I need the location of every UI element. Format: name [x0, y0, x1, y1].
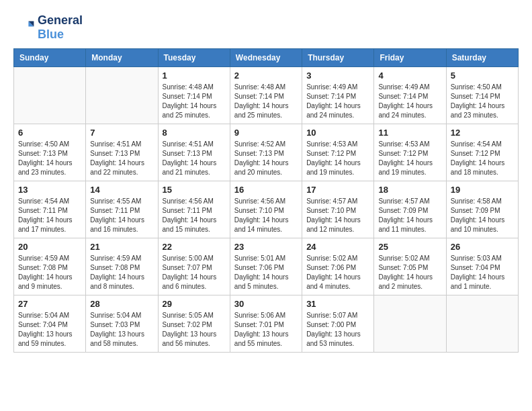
- day-info: Sunrise: 4:59 AM Sunset: 7:08 PM Dayligh…: [90, 254, 153, 291]
- calendar-cell: 17Sunrise: 4:57 AM Sunset: 7:10 PM Dayli…: [302, 181, 374, 238]
- day-info: Sunrise: 4:49 AM Sunset: 7:14 PM Dayligh…: [378, 83, 441, 120]
- calendar-table: SundayMondayTuesdayWednesdayThursdayFrid…: [13, 48, 519, 353]
- calendar-cell: 1Sunrise: 4:48 AM Sunset: 7:14 PM Daylig…: [158, 67, 230, 124]
- day-info: Sunrise: 5:03 AM Sunset: 7:04 PM Dayligh…: [451, 254, 514, 291]
- svg-rect-0: [13, 17, 35, 38]
- calendar-cell: 2Sunrise: 4:48 AM Sunset: 7:14 PM Daylig…: [230, 67, 302, 124]
- weekday-header: Monday: [86, 49, 158, 67]
- day-number: 13: [18, 185, 81, 195]
- calendar-cell: 28Sunrise: 5:04 AM Sunset: 7:03 PM Dayli…: [86, 295, 158, 353]
- logo: General Blue: [13, 13, 83, 42]
- day-info: Sunrise: 4:54 AM Sunset: 7:12 PM Dayligh…: [451, 140, 514, 177]
- calendar-cell: 20Sunrise: 4:59 AM Sunset: 7:08 PM Dayli…: [14, 238, 86, 295]
- calendar-cell: 19Sunrise: 4:58 AM Sunset: 7:09 PM Dayli…: [446, 181, 518, 238]
- page-header: General Blue: [13, 13, 519, 42]
- calendar-cell: [14, 67, 86, 124]
- day-info: Sunrise: 4:57 AM Sunset: 7:09 PM Dayligh…: [378, 197, 441, 234]
- day-info: Sunrise: 4:58 AM Sunset: 7:09 PM Dayligh…: [451, 197, 514, 234]
- calendar-cell: 10Sunrise: 4:53 AM Sunset: 7:12 PM Dayli…: [302, 124, 374, 181]
- calendar-cell: 24Sunrise: 5:02 AM Sunset: 7:06 PM Dayli…: [302, 238, 374, 295]
- day-number: 14: [90, 185, 153, 195]
- calendar-cell: 22Sunrise: 5:00 AM Sunset: 7:07 PM Dayli…: [158, 238, 230, 295]
- day-info: Sunrise: 5:02 AM Sunset: 7:05 PM Dayligh…: [378, 254, 441, 291]
- logo-text-line1: General: [38, 13, 83, 28]
- day-number: 7: [90, 128, 153, 138]
- day-number: 30: [234, 299, 298, 309]
- calendar-cell: 26Sunrise: 5:03 AM Sunset: 7:04 PM Dayli…: [446, 238, 518, 295]
- day-info: Sunrise: 5:07 AM Sunset: 7:00 PM Dayligh…: [306, 311, 369, 349]
- day-number: 1: [163, 71, 226, 81]
- day-info: Sunrise: 4:51 AM Sunset: 7:13 PM Dayligh…: [163, 140, 226, 177]
- day-number: 11: [378, 128, 441, 138]
- calendar-cell: 30Sunrise: 5:06 AM Sunset: 7:01 PM Dayli…: [230, 295, 302, 353]
- calendar-cell: 31Sunrise: 5:07 AM Sunset: 7:00 PM Dayli…: [302, 295, 374, 353]
- day-number: 8: [163, 128, 226, 138]
- day-info: Sunrise: 4:57 AM Sunset: 7:10 PM Dayligh…: [306, 197, 369, 234]
- day-number: 20: [18, 242, 81, 252]
- calendar-cell: 23Sunrise: 5:01 AM Sunset: 7:06 PM Dayli…: [230, 238, 302, 295]
- day-info: Sunrise: 4:48 AM Sunset: 7:14 PM Dayligh…: [163, 83, 226, 120]
- day-number: 22: [163, 242, 226, 252]
- day-number: 28: [90, 299, 153, 309]
- calendar-week-row: 27Sunrise: 5:04 AM Sunset: 7:04 PM Dayli…: [14, 295, 519, 353]
- calendar-cell: 16Sunrise: 4:56 AM Sunset: 7:10 PM Dayli…: [230, 181, 302, 238]
- calendar-cell: [374, 295, 446, 353]
- day-number: 9: [234, 128, 298, 138]
- calendar-cell: 12Sunrise: 4:54 AM Sunset: 7:12 PM Dayli…: [446, 124, 518, 181]
- day-number: 16: [234, 185, 298, 195]
- day-info: Sunrise: 4:50 AM Sunset: 7:14 PM Dayligh…: [451, 83, 514, 120]
- weekday-header: Wednesday: [230, 49, 302, 67]
- day-number: 25: [378, 242, 441, 252]
- day-info: Sunrise: 4:52 AM Sunset: 7:13 PM Dayligh…: [234, 140, 298, 177]
- day-number: 29: [163, 299, 226, 309]
- calendar-cell: 9Sunrise: 4:52 AM Sunset: 7:13 PM Daylig…: [230, 124, 302, 181]
- calendar-cell: 8Sunrise: 4:51 AM Sunset: 7:13 PM Daylig…: [158, 124, 230, 181]
- day-info: Sunrise: 4:49 AM Sunset: 7:14 PM Dayligh…: [306, 83, 369, 120]
- day-info: Sunrise: 4:53 AM Sunset: 7:12 PM Dayligh…: [378, 140, 441, 177]
- day-number: 3: [306, 71, 369, 81]
- calendar-cell: 18Sunrise: 4:57 AM Sunset: 7:09 PM Dayli…: [374, 181, 446, 238]
- calendar-week-row: 6Sunrise: 4:50 AM Sunset: 7:13 PM Daylig…: [14, 124, 519, 181]
- calendar-cell: 5Sunrise: 4:50 AM Sunset: 7:14 PM Daylig…: [446, 67, 518, 124]
- day-info: Sunrise: 4:51 AM Sunset: 7:13 PM Dayligh…: [90, 140, 153, 177]
- weekday-header: Saturday: [446, 49, 518, 67]
- day-info: Sunrise: 4:55 AM Sunset: 7:11 PM Dayligh…: [90, 197, 153, 234]
- day-number: 17: [306, 185, 369, 195]
- calendar-cell: 3Sunrise: 4:49 AM Sunset: 7:14 PM Daylig…: [302, 67, 374, 124]
- calendar-cell: 27Sunrise: 5:04 AM Sunset: 7:04 PM Dayli…: [14, 295, 86, 353]
- day-info: Sunrise: 4:56 AM Sunset: 7:11 PM Dayligh…: [163, 197, 226, 234]
- day-info: Sunrise: 5:00 AM Sunset: 7:07 PM Dayligh…: [163, 254, 226, 291]
- day-number: 19: [451, 185, 514, 195]
- day-number: 10: [306, 128, 369, 138]
- calendar-cell: 15Sunrise: 4:56 AM Sunset: 7:11 PM Dayli…: [158, 181, 230, 238]
- calendar-cell: 25Sunrise: 5:02 AM Sunset: 7:05 PM Dayli…: [374, 238, 446, 295]
- weekday-header: Tuesday: [158, 49, 230, 67]
- day-number: 23: [234, 242, 298, 252]
- calendar-cell: 11Sunrise: 4:53 AM Sunset: 7:12 PM Dayli…: [374, 124, 446, 181]
- day-number: 12: [451, 128, 514, 138]
- weekday-header: Friday: [374, 49, 446, 67]
- day-number: 5: [451, 71, 514, 81]
- day-number: 15: [163, 185, 226, 195]
- day-info: Sunrise: 4:53 AM Sunset: 7:12 PM Dayligh…: [306, 140, 369, 177]
- weekday-header: Thursday: [302, 49, 374, 67]
- weekday-header: Sunday: [14, 49, 86, 67]
- calendar-cell: 14Sunrise: 4:55 AM Sunset: 7:11 PM Dayli…: [86, 181, 158, 238]
- logo-icon: [13, 17, 35, 38]
- day-info: Sunrise: 5:04 AM Sunset: 7:04 PM Dayligh…: [18, 311, 81, 349]
- calendar-header-row: SundayMondayTuesdayWednesdayThursdayFrid…: [14, 49, 519, 67]
- day-info: Sunrise: 4:56 AM Sunset: 7:10 PM Dayligh…: [234, 197, 298, 234]
- day-number: 26: [451, 242, 514, 252]
- calendar-cell: [86, 67, 158, 124]
- calendar-cell: [446, 295, 518, 353]
- day-info: Sunrise: 5:01 AM Sunset: 7:06 PM Dayligh…: [234, 254, 298, 291]
- calendar-cell: 21Sunrise: 4:59 AM Sunset: 7:08 PM Dayli…: [86, 238, 158, 295]
- day-info: Sunrise: 4:59 AM Sunset: 7:08 PM Dayligh…: [18, 254, 81, 291]
- logo-text-line2: Blue: [38, 28, 83, 42]
- day-number: 21: [90, 242, 153, 252]
- calendar-cell: 7Sunrise: 4:51 AM Sunset: 7:13 PM Daylig…: [86, 124, 158, 181]
- day-info: Sunrise: 4:50 AM Sunset: 7:13 PM Dayligh…: [18, 140, 81, 177]
- day-info: Sunrise: 5:02 AM Sunset: 7:06 PM Dayligh…: [306, 254, 369, 291]
- day-info: Sunrise: 5:06 AM Sunset: 7:01 PM Dayligh…: [234, 311, 298, 349]
- day-number: 2: [234, 71, 298, 81]
